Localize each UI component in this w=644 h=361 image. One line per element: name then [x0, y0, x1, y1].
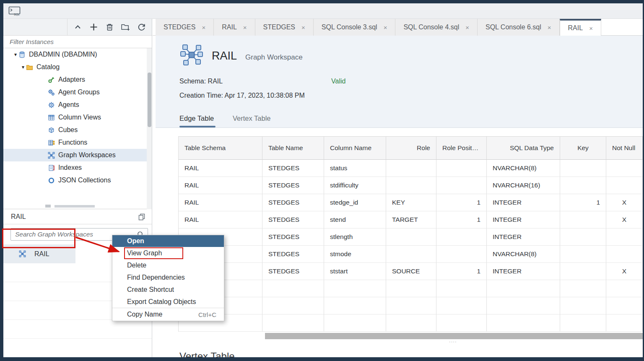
column-header[interactable]: Role: [386, 137, 436, 160]
cell-key: 1: [560, 194, 606, 211]
refresh-icon[interactable]: [137, 22, 146, 32]
cell-role-position: [436, 177, 487, 194]
table-row[interactable]: STEDGES stlength INTEGER: [179, 229, 643, 246]
workspace-panel-title: RAIL: [11, 213, 138, 221]
editor-tab[interactable]: SQL Console 6.sql ×: [478, 19, 560, 36]
cell-sql-data-type: NVARCHAR(16): [487, 177, 560, 194]
tree-item[interactable]: ▾ DBADMIN (DBADMIN): [3, 48, 152, 61]
column-header[interactable]: Role Posit…: [436, 137, 487, 160]
table-row[interactable]: RAIL STEDGES stend TARGET 1 INTEGER X: [179, 211, 643, 229]
trash-icon[interactable]: [105, 22, 114, 32]
cell-table-schema: RAIL: [179, 160, 262, 177]
folder-icon: [26, 64, 33, 71]
tree-item[interactable]: Agents: [3, 99, 152, 111]
context-menu-item[interactable]: Export Catalog Objects: [112, 296, 224, 308]
tab-close-icon[interactable]: ×: [548, 24, 551, 31]
tab-close-icon[interactable]: ×: [243, 24, 247, 31]
cell-key: [560, 246, 606, 263]
tab-close-icon[interactable]: ×: [202, 24, 205, 31]
editor-tab[interactable]: STEDGES ×: [255, 19, 314, 36]
context-menu-item[interactable]: Find Dependencies: [112, 271, 224, 283]
column-header[interactable]: Key: [560, 137, 606, 160]
tree-item[interactable]: Cubes: [3, 124, 152, 136]
cell-role: [386, 229, 436, 246]
cell-table-name: STEDGES: [262, 177, 324, 194]
cell-role: [386, 246, 436, 263]
cell-table-schema: RAIL: [179, 177, 262, 194]
tab-vertex-table[interactable]: Vertex Table: [233, 114, 271, 122]
status-badge: Valid: [331, 78, 345, 85]
editor-tab[interactable]: STEDGES ×: [156, 19, 214, 36]
clipped-tree-item: [3, 203, 152, 208]
context-menu-header-open[interactable]: Open: [112, 235, 224, 247]
tree-item[interactable]: Column Views: [3, 111, 152, 124]
cell-sql-data-type: NVARCHAR(8): [487, 246, 560, 263]
sql-console-icon[interactable]: SQL: [8, 6, 21, 16]
cell-role: TARGET: [386, 211, 436, 229]
cube-icon: [48, 127, 55, 134]
table-row[interactable]: RAIL STEDGES stedge_id KEY 1 INTEGER 1 X: [179, 194, 643, 211]
cell-table-name: STEDGES: [262, 229, 324, 246]
context-menu-item[interactable]: View Graph: [112, 247, 224, 259]
tree-item[interactable]: Functions: [3, 136, 152, 149]
column-header[interactable]: Table Name: [262, 137, 324, 160]
open-in-new-panel-icon[interactable]: [138, 213, 146, 221]
sidebar-scrollbar[interactable]: [147, 48, 152, 209]
cell-table-schema: RAIL: [179, 211, 262, 229]
tab-edge-table[interactable]: Edge Table: [179, 114, 214, 122]
creation-time-label: Creation Time: Apr 17, 2023, 10:38:08 PM: [179, 92, 305, 99]
cell-key: [560, 229, 606, 246]
editor-tab[interactable]: RAIL ×: [560, 19, 601, 36]
schema-label: Schema: RAIL: [179, 78, 223, 85]
cell-role: [386, 160, 436, 177]
tab-label: SQL Console 6.sql: [486, 23, 541, 31]
context-menu-item-copy-name[interactable]: Copy Name Ctrl+C: [112, 308, 224, 321]
empty-table-row: [179, 280, 643, 297]
column-header[interactable]: Table Schema: [179, 137, 262, 160]
page-title: RAIL: [212, 49, 237, 62]
editor-tab[interactable]: RAIL ×: [214, 19, 255, 36]
context-menu-item[interactable]: Delete: [112, 259, 224, 271]
cell-sql-data-type: NVARCHAR(8): [487, 160, 560, 177]
column-header[interactable]: Column Name: [324, 137, 386, 160]
splitter-handle[interactable]: ····: [449, 339, 457, 344]
edge-table-section: Table SchemaTable NameColumn NameRoleRol…: [153, 128, 643, 357]
table-row[interactable]: RAIL STEDGES stdifficulty NVARCHAR(16): [179, 177, 643, 194]
editor-tab[interactable]: SQL Console 4.sql ×: [395, 19, 478, 36]
tree-item[interactable]: Adapters: [3, 73, 152, 86]
column-header[interactable]: Not Null: [606, 137, 643, 160]
edge-table: Table SchemaTable NameColumn NameRoleRol…: [178, 136, 643, 332]
empty-table-row: [179, 297, 643, 314]
tree-item[interactable]: Indexes: [3, 161, 152, 174]
editor-tab[interactable]: SQL Console 3.sql ×: [314, 19, 396, 36]
agent-icon: [48, 101, 55, 109]
context-menu-item[interactable]: Create Shortcut: [112, 283, 224, 296]
sidebar-scrollbar-thumb[interactable]: [148, 73, 151, 127]
top-strip: SQL: [3, 3, 643, 19]
cell-table-name: STEDGES: [262, 194, 324, 211]
expand-arrow-icon[interactable]: ▾: [13, 52, 18, 57]
tree-item[interactable]: ▾ Catalog: [3, 61, 152, 73]
add-folder-icon[interactable]: [121, 22, 130, 32]
collapse-icon[interactable]: [73, 22, 83, 32]
column-header[interactable]: SQL Data Type: [487, 137, 560, 160]
tree-item[interactable]: Graph Workspaces: [3, 149, 152, 161]
tab-close-icon[interactable]: ×: [301, 24, 305, 31]
cell-table-name: STEDGES: [262, 211, 324, 229]
tree-item[interactable]: JSON Collections: [3, 174, 152, 187]
table-row[interactable]: RAIL STEDGES status NVARCHAR(8): [179, 160, 643, 177]
cell-role: KEY: [386, 194, 436, 211]
filter-instances-input[interactable]: [3, 36, 152, 48]
add-icon[interactable]: [89, 22, 99, 32]
horizontal-scrollbar[interactable]: [265, 333, 643, 339]
tab-close-icon[interactable]: ×: [465, 24, 469, 31]
function-icon: [48, 139, 55, 146]
context-menu: Open View Graph Delete Find Dependencies…: [112, 235, 224, 321]
tab-close-icon[interactable]: ×: [589, 25, 593, 32]
column-views-icon: [48, 114, 55, 121]
table-row[interactable]: STEDGES stmode NVARCHAR(8): [179, 246, 643, 263]
tab-close-icon[interactable]: ×: [384, 24, 387, 31]
table-row[interactable]: STEDGES ststart SOURCE 1 INTEGER X: [179, 263, 643, 280]
expand-arrow-icon[interactable]: ▾: [20, 64, 26, 70]
tree-item[interactable]: Agent Groups: [3, 86, 152, 99]
